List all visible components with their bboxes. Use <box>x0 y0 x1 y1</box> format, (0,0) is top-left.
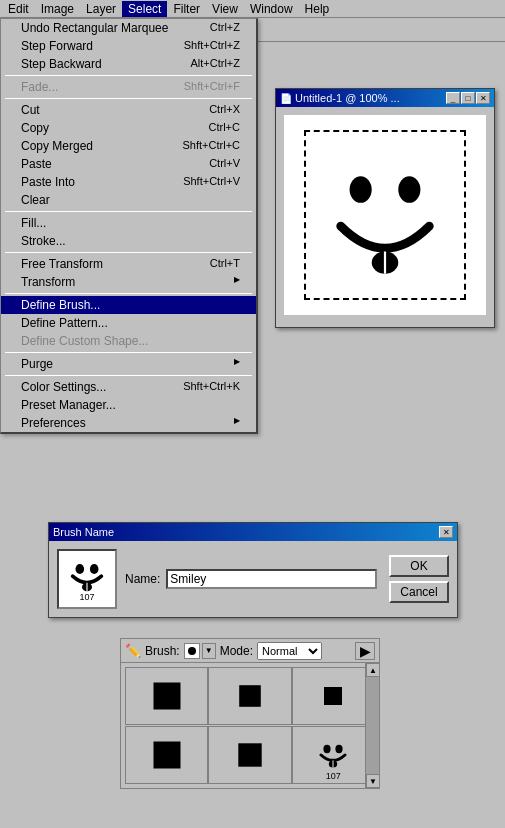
menu-free-transform-shortcut: Ctrl+T <box>210 257 240 271</box>
menu-step-backward[interactable]: Step Backward Alt+Ctrl+Z <box>1 55 256 73</box>
menu-preferences[interactable]: Preferences <box>1 414 256 432</box>
brush-selector[interactable]: ▼ <box>184 643 216 659</box>
menu-filter[interactable]: Filter <box>167 1 206 17</box>
smiley-svg <box>306 132 464 298</box>
doc-minimize-button[interactable]: _ <box>446 92 460 104</box>
menu-step-backward-shortcut: Alt+Ctrl+Z <box>190 57 240 71</box>
menu-cut-label: Cut <box>21 103 40 117</box>
menu-stroke-label: Stroke... <box>21 234 66 248</box>
menu-copy-shortcut: Ctrl+C <box>209 121 240 135</box>
menu-window[interactable]: Window <box>244 1 299 17</box>
svg-point-1 <box>398 176 420 203</box>
menu-undo[interactable]: Undo Rectangular Marquee Ctrl+Z <box>1 19 256 37</box>
edit-dropdown-menu: Undo Rectangular Marquee Ctrl+Z Step For… <box>0 18 258 434</box>
separator-3 <box>5 211 252 212</box>
menu-define-brush-label: Define Brush... <box>21 298 100 312</box>
menu-color-settings-shortcut: Shft+Ctrl+K <box>183 380 240 394</box>
selection-marquee <box>304 130 466 300</box>
brush-dropdown-arrow[interactable]: ▼ <box>202 643 216 659</box>
menu-paste-into[interactable]: Paste Into Shft+Ctrl+V <box>1 173 256 191</box>
menu-copy-label: Copy <box>21 121 49 135</box>
brush-toolbar: ✏️ Brush: ▼ Mode: Normal ▶ <box>121 639 379 663</box>
menu-color-settings[interactable]: Color Settings... Shft+Ctrl+K <box>1 378 256 396</box>
menu-image[interactable]: Image <box>35 1 80 17</box>
menu-copy-merged-shortcut: Shft+Ctrl+C <box>183 139 240 153</box>
expand-panel-icon[interactable]: ▶ <box>355 642 375 660</box>
menu-copy-merged[interactable]: Copy Merged Shft+Ctrl+C <box>1 137 256 155</box>
brush-ok-button[interactable]: OK <box>389 555 449 577</box>
menu-step-forward-label: Step Forward <box>21 39 93 53</box>
doc-titlebar-buttons: _ □ ✕ <box>446 92 490 104</box>
doc-titlebar: 📄 Untitled-1 @ 100% ... _ □ ✕ <box>276 89 494 107</box>
menu-undo-shortcut: Ctrl+Z <box>210 21 240 35</box>
brush-scrollbar: ▲ ▼ <box>365 663 379 788</box>
doc-canvas <box>284 115 486 315</box>
svg-rect-9 <box>239 685 261 707</box>
menubar: Edit Image Layer Select Filter View Wind… <box>0 0 505 18</box>
doc-restore-button[interactable]: □ <box>461 92 475 104</box>
menu-preset-manager[interactable]: Preset Manager... <box>1 396 256 414</box>
scroll-down-button[interactable]: ▼ <box>366 774 380 788</box>
mode-select[interactable]: Normal <box>257 642 322 660</box>
menu-purge-label: Purge <box>21 357 53 371</box>
mode-label: Mode: <box>220 644 253 658</box>
menu-paste-into-shortcut: Shft+Ctrl+V <box>183 175 240 189</box>
menu-transform[interactable]: Transform <box>1 273 256 291</box>
menu-copy-merged-label: Copy Merged <box>21 139 93 153</box>
menu-help[interactable]: Help <box>299 1 336 17</box>
separator-2 <box>5 98 252 99</box>
brush-dialog-buttons: OK Cancel <box>389 555 449 603</box>
menu-define-brush[interactable]: Define Brush... <box>1 296 256 314</box>
menu-view[interactable]: View <box>206 1 244 17</box>
menu-purge[interactable]: Purge <box>1 355 256 373</box>
brush-cell-1[interactable] <box>125 667 208 725</box>
doc-close-button[interactable]: ✕ <box>476 92 490 104</box>
menu-select[interactable]: Select <box>122 1 167 17</box>
scroll-track[interactable] <box>366 677 379 774</box>
menu-step-backward-label: Step Backward <box>21 57 102 71</box>
document-window: 📄 Untitled-1 @ 100% ... _ □ ✕ <box>275 88 495 328</box>
brush-cell-5[interactable] <box>208 726 291 784</box>
menu-cut[interactable]: Cut Ctrl+X <box>1 101 256 119</box>
menu-fill[interactable]: Fill... <box>1 214 256 232</box>
svg-point-14 <box>336 744 343 752</box>
brush-cell-4[interactable] <box>125 726 208 784</box>
brush-panel: ✏️ Brush: ▼ Mode: Normal ▶ <box>120 638 380 789</box>
menu-edit[interactable]: Edit <box>2 1 35 17</box>
brush-label: Brush: <box>145 644 180 658</box>
menu-clear[interactable]: Clear <box>1 191 256 209</box>
brush-cell-smiley[interactable]: 107 <box>292 726 375 784</box>
menu-paste-into-label: Paste Into <box>21 175 75 189</box>
brush-dot-display <box>184 643 200 659</box>
menu-paste[interactable]: Paste Ctrl+V <box>1 155 256 173</box>
svg-rect-11 <box>153 741 180 768</box>
brush-tool-icon: ✏️ <box>125 643 141 658</box>
menu-copy[interactable]: Copy Ctrl+C <box>1 119 256 137</box>
brush-cell-2[interactable] <box>208 667 291 725</box>
doc-icon: 📄 <box>280 93 292 104</box>
brush-palette: 107 <box>121 663 379 788</box>
menu-stroke[interactable]: Stroke... <box>1 232 256 250</box>
svg-rect-12 <box>238 743 261 766</box>
separator-4 <box>5 252 252 253</box>
menu-paste-shortcut: Ctrl+V <box>209 157 240 171</box>
scroll-up-button[interactable]: ▲ <box>366 663 380 677</box>
brush-name-label: Name: <box>125 572 160 586</box>
menu-undo-label: Undo Rectangular Marquee <box>21 21 168 35</box>
menu-clear-label: Clear <box>21 193 50 207</box>
brush-cancel-button[interactable]: Cancel <box>389 581 449 603</box>
menu-free-transform[interactable]: Free Transform Ctrl+T <box>1 255 256 273</box>
separator-6 <box>5 352 252 353</box>
menu-step-forward[interactable]: Step Forward Shft+Ctrl+Z <box>1 37 256 55</box>
brush-preview-number: 107 <box>79 592 94 602</box>
brush-name-input[interactable] <box>166 569 377 589</box>
menu-define-pattern[interactable]: Define Pattern... <box>1 314 256 332</box>
menu-layer[interactable]: Layer <box>80 1 122 17</box>
brush-cell-3[interactable] <box>292 667 375 725</box>
brush-preview-smiley <box>65 556 109 592</box>
svg-point-0 <box>350 176 372 203</box>
brush-smiley-num: 107 <box>326 771 341 781</box>
svg-rect-8 <box>153 683 180 710</box>
menu-fade-shortcut: Shft+Ctrl+F <box>184 80 240 94</box>
brush-dialog-close-button[interactable]: ✕ <box>439 526 453 538</box>
